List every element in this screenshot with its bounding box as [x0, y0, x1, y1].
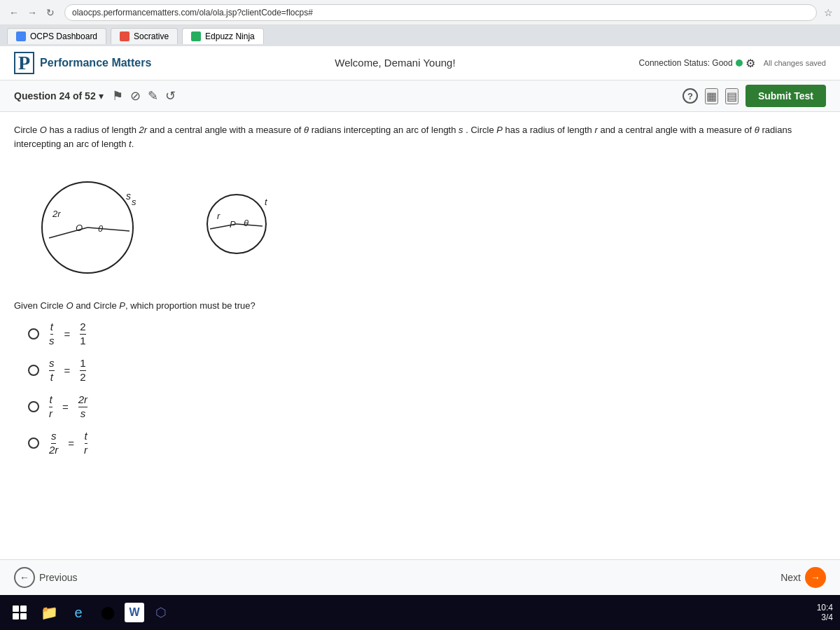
flag-button[interactable]: ⚑ [112, 88, 123, 104]
fraction-t-r2: t r [84, 430, 88, 456]
dropdown-arrow: ▾ [99, 90, 104, 102]
refresh-button[interactable]: ↺ [165, 88, 176, 104]
choice-c-row: t r = 2r s [28, 393, 826, 420]
tab-ocps-dashboard[interactable]: OCPS Dashboard [7, 28, 106, 44]
explorer-icon: 📁 [41, 604, 58, 621]
svg-text:t: t [265, 197, 268, 207]
fraction-s-t: s t [49, 357, 55, 384]
toolbar-left: Question 24 of 52 ▾ ⚑ ⊘ ✎ ↺ [14, 88, 176, 104]
taskbar-teams[interactable]: ⬡ [148, 600, 174, 625]
fraction-s-2r: s 2r [49, 430, 58, 456]
forward-button[interactable]: → [25, 6, 39, 20]
word-icon: W [129, 606, 139, 619]
windows-icon [13, 606, 27, 620]
svg-text:s: s [126, 190, 131, 202]
browser-bar: ← → ↻ olaocps.performancematters.com/ola… [0, 0, 840, 25]
fraction-t-s: t s [49, 321, 55, 347]
svg-text:θ: θ [98, 223, 103, 234]
fraction-1-2: 1 2 [80, 357, 85, 384]
gear-icon[interactable]: ⚙ [746, 57, 755, 70]
tab-socrative[interactable]: Socrative [111, 28, 178, 44]
fraction-t-r: t r [49, 393, 52, 420]
app-container: P Performance Matters Welcome, Demani Yo… [0, 46, 840, 595]
question-dropdown[interactable]: ▾ [99, 90, 104, 102]
app-header: P Performance Matters Welcome, Demani Yo… [0, 46, 840, 80]
question-selector: Question 24 of 52 ▾ [14, 90, 104, 102]
choice-b-row: s t = 1 2 [28, 357, 826, 384]
saved-text: All changes saved [764, 59, 826, 67]
answer-choices: t s = 2 1 s [28, 321, 826, 456]
circles-container: s O 2r θ s [28, 164, 826, 279]
svg-text:O: O [76, 223, 83, 233]
browser-nav: ← → ↻ [7, 6, 57, 20]
edpuzz-favicon [191, 31, 201, 41]
toolbar: Question 24 of 52 ▾ ⚑ ⊘ ✎ ↺ ? ▦ ▤ Submit… [0, 80, 840, 112]
question-content: Circle O has a radius of length 2r and a… [0, 112, 840, 559]
svg-text:2r: 2r [52, 209, 61, 219]
choice-c-label: t r = 2r s [46, 393, 90, 420]
taskbar-word[interactable]: W [125, 603, 144, 622]
edge-icon: e [74, 605, 82, 621]
answer-prompt: Given Circle O and Circle P, which propo… [14, 300, 826, 311]
choice-b-label: s t = 1 2 [46, 357, 89, 384]
back-button[interactable]: ← [7, 6, 21, 20]
url-text: olaocps.performancematters.com/ola/ola.j… [72, 8, 313, 18]
previous-label: Previous [39, 572, 77, 583]
circle-p-svg: r θ P t [196, 178, 280, 262]
socrative-favicon [120, 31, 130, 41]
svg-line-2 [88, 227, 130, 231]
refresh-button[interactable]: ↻ [43, 6, 57, 20]
svg-text:s: s [132, 197, 136, 207]
tab-label: OCPS Dashboard [30, 31, 97, 41]
next-button[interactable]: Next → [780, 567, 826, 588]
bookmark-button[interactable]: ☆ [824, 7, 833, 18]
help-button[interactable]: ? [682, 88, 698, 104]
prev-circle: ← [14, 567, 35, 588]
circle-o-diagram: s O 2r θ s [28, 164, 154, 279]
fraction-2r-s: 2r s [78, 393, 88, 420]
time-text: 10:4 [817, 603, 833, 612]
teams-icon: ⬡ [155, 605, 167, 620]
choice-d-row: s 2r = t r [28, 430, 826, 456]
clear-button[interactable]: ⊘ [130, 88, 141, 104]
next-label: Next [780, 572, 801, 583]
circle-o-svg: s O 2r θ s [28, 164, 154, 276]
taskbar-explorer[interactable]: 📁 [36, 600, 62, 625]
choice-d-radio[interactable] [28, 438, 39, 449]
toolbar-right: ? ▦ ▤ Submit Test [682, 85, 826, 107]
taskbar-chrome[interactable]: ⬤ [95, 600, 120, 625]
welcome-text: Welcome, Demani Young! [335, 57, 455, 69]
circle-p-diagram: r θ P t [196, 178, 280, 265]
ocps-favicon [16, 31, 26, 41]
taskbar-edge[interactable]: e [66, 600, 91, 625]
tab-edpuzz[interactable]: Edpuzz Ninja [182, 28, 264, 44]
tabs-bar: OCPS Dashboard Socrative Edpuzz Ninja [0, 25, 840, 46]
choice-b-radio[interactable] [28, 365, 39, 376]
date-text: 3/4 [817, 612, 833, 622]
start-button[interactable] [7, 600, 32, 625]
fraction-2-1: 2 1 [80, 321, 85, 347]
choice-c-radio[interactable] [28, 401, 39, 412]
pencil-button[interactable]: ✎ [148, 88, 158, 104]
address-bar[interactable]: olaocps.performancematters.com/ola/ola.j… [64, 4, 817, 21]
browser-icons: ☆ [824, 7, 833, 18]
expand-icon[interactable]: ▦ [705, 88, 718, 104]
question-label: Question 24 of 52 [14, 90, 96, 102]
submit-button[interactable]: Submit Test [746, 85, 826, 107]
svg-line-10 [237, 224, 262, 226]
choice-a-row: t s = 2 1 [28, 321, 826, 347]
connection-label: Connection Status: Good [639, 58, 733, 68]
layout-icon[interactable]: ▤ [725, 88, 738, 104]
taskbar: 📁 e ⬤ W ⬡ 10:4 3/4 [0, 595, 840, 630]
choice-a-label: t s = 2 1 [46, 321, 89, 347]
welcome-message: Welcome, Demani Young! [335, 57, 455, 69]
svg-text:P: P [230, 219, 236, 230]
choice-a-radio[interactable] [28, 328, 39, 340]
previous-button[interactable]: ← Previous [14, 567, 77, 588]
svg-text:θ: θ [244, 218, 248, 228]
answer-section: Given Circle O and Circle P, which propo… [14, 300, 826, 456]
app-logo: P Performance Matters [14, 52, 151, 74]
choice-d-label: s 2r = t r [46, 430, 90, 456]
toolbar-icons: ⚑ ⊘ ✎ ↺ [112, 88, 176, 104]
svg-text:r: r [217, 211, 220, 221]
